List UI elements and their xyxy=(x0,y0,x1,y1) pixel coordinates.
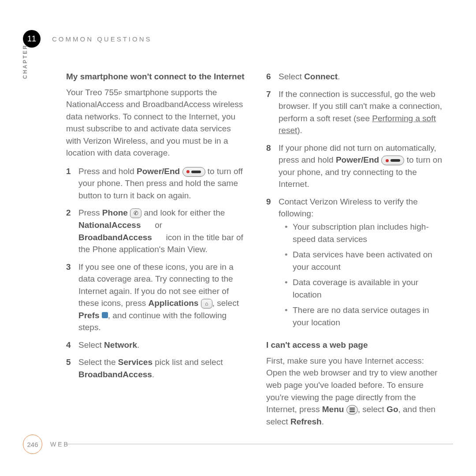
text: Press xyxy=(78,208,102,217)
steps-list-left: 1 Press and hold Power/End to turn off y… xyxy=(66,165,245,381)
list-item: Data services have been activated on you… xyxy=(285,249,445,273)
text: and look for either the xyxy=(144,208,225,217)
step-number: 5 xyxy=(66,356,78,380)
text: , and continue with the following steps. xyxy=(78,311,227,332)
text: . xyxy=(152,370,154,379)
applications-label: Applications xyxy=(148,298,198,308)
text: , select xyxy=(358,405,387,414)
section-heading-webpage: I can't access a web page xyxy=(266,339,445,351)
nationalaccess-label: NationalAccess xyxy=(78,220,141,230)
step-4: 4 Select Network. xyxy=(66,339,245,351)
step-8: 8 If your phone did not turn on automati… xyxy=(266,142,445,190)
step-3: 3 If you see one of these icons, you are… xyxy=(66,261,245,334)
broadbandaccess-label: BroadbandAccess xyxy=(78,233,152,242)
page-footer: 246 WEB xyxy=(23,435,70,454)
menu-icon xyxy=(346,405,358,415)
step-number: 7 xyxy=(266,88,279,137)
chapter-vertical-label: CHAPTER xyxy=(22,44,28,79)
prefs-icon xyxy=(102,312,108,318)
step-number: 3 xyxy=(66,261,78,334)
network-label: Network xyxy=(104,340,137,350)
text: Contact Verizon Wireless to verify the f… xyxy=(279,197,418,219)
broadbandaccess-label-2: BroadbandAccess xyxy=(78,370,152,379)
step-number: 8 xyxy=(266,142,279,190)
intro-subscript: P xyxy=(119,90,122,97)
power-end-label-2: Power/End xyxy=(336,155,379,164)
footer-rule xyxy=(66,444,453,444)
power-end-icon xyxy=(381,156,404,165)
power-end-icon xyxy=(182,167,205,177)
text: ). xyxy=(297,126,302,135)
text: Select xyxy=(78,340,104,350)
menu-label: Menu xyxy=(322,405,344,414)
footer-section-label: WEB xyxy=(50,441,70,448)
step-number: 1 xyxy=(66,165,78,202)
step-number: 2 xyxy=(66,207,78,255)
connect-label: Connect xyxy=(304,72,338,81)
phone-icon: ✆ xyxy=(130,208,141,218)
power-end-label: Power/End xyxy=(137,167,180,176)
step-body: If your phone did not turn on automatica… xyxy=(279,142,445,190)
steps-list-right: 6 Select Connect. 7 If the connection is… xyxy=(266,71,445,334)
webpage-paragraph: First, make sure you have Internet acces… xyxy=(266,355,445,428)
step-body: If the connection is successful, go the … xyxy=(279,88,445,137)
phone-label: Phone xyxy=(102,208,128,217)
step-body: Select Network. xyxy=(78,339,245,351)
step-number: 9 xyxy=(266,196,279,334)
step-body: If you see one of these icons, you are i… xyxy=(78,261,245,334)
intro-text-a: Your Treo 755 xyxy=(66,88,119,97)
step-number: 6 xyxy=(266,71,279,83)
text: pick list and select xyxy=(152,357,223,367)
step-body: Contact Verizon Wireless to verify the f… xyxy=(279,196,445,334)
step-6: 6 Select Connect. xyxy=(266,71,445,83)
applications-icon: ⌂ xyxy=(201,299,212,309)
right-column: 6 Select Connect. 7 If the connection is… xyxy=(266,71,445,428)
step-5: 5 Select the Services pick list and sele… xyxy=(66,356,245,380)
prefs-label: Prefs xyxy=(78,311,100,320)
content-columns: My smartphone won't connect to the Inter… xyxy=(66,71,445,428)
go-label: Go xyxy=(387,405,398,414)
step-2: 2 Press Phone ✆ and look for either the … xyxy=(66,207,245,255)
list-item: Data coverage is available in your locat… xyxy=(285,276,445,301)
step-7: 7 If the connection is successful, go th… xyxy=(266,88,445,137)
text: . xyxy=(322,417,324,426)
intro-text-b: smartphone supports the NationalAccess a… xyxy=(66,88,243,158)
text: . xyxy=(338,72,340,81)
step-body: Press Phone ✆ and look for either the Na… xyxy=(78,207,245,255)
step-number: 4 xyxy=(66,339,78,351)
list-item: There are no data service outages in you… xyxy=(285,304,445,328)
text: , select xyxy=(212,298,239,308)
text: . xyxy=(137,340,139,350)
step-body: Press and hold Power/End to turn off you… xyxy=(78,165,245,202)
step-1: 1 Press and hold Power/End to turn off y… xyxy=(66,165,245,202)
services-label: Services xyxy=(118,357,152,367)
text: Select the xyxy=(78,357,118,367)
list-item: Your subscription plan includes high-spe… xyxy=(285,221,445,245)
section-heading-internet: My smartphone won't connect to the Inter… xyxy=(66,71,245,83)
step-9: 9 Contact Verizon Wireless to verify the… xyxy=(266,196,445,334)
verify-bullets: Your subscription plan includes high-spe… xyxy=(285,221,445,328)
intro-paragraph: Your Treo 755P smartphone supports the N… xyxy=(66,86,245,159)
page-number-badge: 246 xyxy=(23,435,42,454)
step-body: Select Connect. xyxy=(279,71,445,83)
chapter-title: COMMON QUESTIONS xyxy=(52,35,152,43)
page: 11 COMMON QUESTIONS CHAPTER My smartphon… xyxy=(0,0,476,476)
text: or xyxy=(152,220,162,230)
step-body: Select the Services pick list and select… xyxy=(78,356,245,380)
text: Press and hold xyxy=(78,167,137,176)
page-header: 11 COMMON QUESTIONS xyxy=(23,30,453,48)
refresh-label: Refresh xyxy=(290,417,322,426)
text: Select xyxy=(279,72,304,81)
left-column: My smartphone won't connect to the Inter… xyxy=(66,71,245,428)
